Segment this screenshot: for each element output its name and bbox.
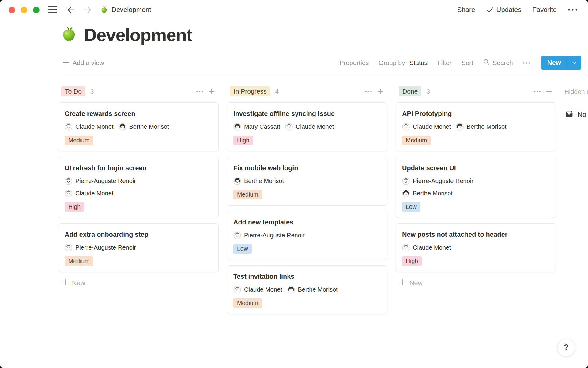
assignee: Pierre-Auguste Renoir bbox=[233, 232, 305, 239]
help-button[interactable]: ? bbox=[557, 339, 575, 356]
forward-arrow-icon[interactable] bbox=[83, 5, 92, 14]
column-more-icon[interactable] bbox=[196, 90, 203, 93]
card[interactable]: UI refresh for login screenPierre-August… bbox=[58, 157, 219, 218]
search-label: Search bbox=[492, 59, 513, 67]
avatar bbox=[285, 123, 293, 131]
assignee-name: Claude Monet bbox=[75, 190, 114, 197]
column-add-icon[interactable] bbox=[546, 88, 552, 95]
card[interactable]: Test invitation linksClaude MonetBerthe … bbox=[227, 265, 387, 314]
card[interactable]: Update screen UIPierre-Auguste RenoirBer… bbox=[396, 157, 556, 218]
avatar bbox=[65, 190, 72, 197]
favorite-button[interactable]: Favorite bbox=[533, 6, 557, 14]
assignee: Claude Monet bbox=[402, 244, 451, 251]
column-header: To Do3 bbox=[58, 86, 219, 97]
column-new-label: New bbox=[72, 279, 85, 287]
updates-label: Updates bbox=[496, 6, 522, 14]
card-title: Test invitation links bbox=[233, 272, 381, 281]
card-title: Add extra onboarding step bbox=[65, 230, 212, 239]
column-status-pill[interactable]: To Do bbox=[61, 86, 85, 96]
assignee-name: Pierre-Auguste Renoir bbox=[75, 244, 136, 251]
plus-icon bbox=[399, 279, 406, 287]
column-add-icon[interactable] bbox=[377, 88, 384, 95]
hidden-group-no-status[interactable]: No Status bbox=[564, 109, 588, 120]
card[interactable]: Investigate offline syncing issueMary Ca… bbox=[227, 102, 387, 151]
assignee: Pierre-Auguste Renoir bbox=[65, 177, 136, 185]
view-more-icon[interactable] bbox=[523, 62, 531, 64]
hidden-group-label: No Status bbox=[578, 111, 588, 119]
avatar bbox=[119, 123, 126, 131]
zoom-window-button[interactable] bbox=[33, 7, 40, 13]
updates-button[interactable]: Updates bbox=[486, 6, 522, 14]
share-button[interactable]: Share bbox=[457, 6, 475, 14]
assignee-name: Berthe Morisot bbox=[129, 123, 169, 130]
titlebar: Development Share Updates Favorite bbox=[0, 0, 588, 20]
add-view-button[interactable]: Add a view bbox=[62, 59, 104, 67]
card-title: Investigate offline syncing issue bbox=[233, 109, 381, 118]
card-title: UI refresh for login screen bbox=[65, 163, 212, 173]
column-more-icon[interactable] bbox=[533, 90, 541, 93]
card[interactable]: API PrototypingClaude MonetBerthe Moriso… bbox=[396, 102, 556, 151]
new-button-label: New bbox=[541, 56, 567, 70]
column-new-label: New bbox=[409, 279, 423, 287]
group-by-label: Group by bbox=[379, 59, 405, 67]
card[interactable]: Fix mobile web loginBerthe MorisotMedium bbox=[227, 157, 387, 206]
column-header: In Progress4 bbox=[227, 86, 387, 97]
avatar bbox=[402, 244, 410, 251]
filter-button[interactable]: Filter bbox=[437, 59, 452, 67]
sidebar-menu-icon[interactable] bbox=[48, 6, 57, 13]
window-controls bbox=[9, 7, 40, 13]
assignee: Claude Monet bbox=[65, 123, 114, 131]
card[interactable]: Create rewards screenClaude MonetBerthe … bbox=[58, 102, 219, 151]
card-title: Fix mobile web login bbox=[233, 163, 381, 173]
column-more-icon[interactable] bbox=[365, 90, 372, 93]
card-title: Update screen UI bbox=[402, 163, 550, 173]
avatar bbox=[233, 177, 241, 185]
breadcrumb[interactable]: Development bbox=[100, 6, 151, 14]
avatar bbox=[65, 123, 72, 131]
column-new-button[interactable]: New bbox=[399, 279, 556, 287]
column-count: 4 bbox=[275, 88, 279, 95]
plus-icon bbox=[62, 279, 69, 287]
assignee: Pierre-Auguste Renoir bbox=[65, 244, 136, 251]
minimize-window-button[interactable] bbox=[21, 7, 27, 13]
assignee: Claude Monet bbox=[285, 123, 334, 131]
avatar bbox=[402, 190, 410, 197]
card[interactable]: Add new templatesPierre-Auguste RenoirLo… bbox=[227, 211, 387, 260]
assignee: Claude Monet bbox=[233, 286, 282, 293]
group-by-value: Status bbox=[409, 59, 428, 67]
group-by-button[interactable]: Group byStatus bbox=[379, 59, 428, 67]
priority-badge: Low bbox=[402, 202, 420, 212]
sort-button[interactable]: Sort bbox=[462, 59, 473, 67]
card[interactable]: New posts not attached to headerClaude M… bbox=[396, 223, 556, 272]
search-button[interactable]: Search bbox=[483, 59, 513, 67]
priority-badge: High bbox=[233, 136, 253, 145]
new-button[interactable]: New bbox=[541, 56, 581, 70]
avatar bbox=[287, 286, 295, 293]
close-window-button[interactable] bbox=[9, 7, 15, 13]
board-column-inprogress: In Progress4Investigate offline syncing … bbox=[227, 86, 387, 314]
card[interactable]: Add extra onboarding stepPierre-Auguste … bbox=[58, 223, 219, 272]
assignee-name: Claude Monet bbox=[413, 244, 451, 251]
assignee-name: Berthe Morisot bbox=[298, 286, 338, 293]
avatar bbox=[233, 286, 241, 293]
assignee-name: Claude Monet bbox=[75, 123, 114, 130]
assignee-name: Claude Monet bbox=[413, 123, 451, 130]
priority-badge: High bbox=[402, 256, 422, 266]
green-apple-icon bbox=[100, 6, 108, 14]
more-options-icon[interactable] bbox=[568, 9, 578, 11]
page-header: Development bbox=[0, 25, 588, 45]
priority-badge: Medium bbox=[233, 190, 262, 199]
column-add-icon[interactable] bbox=[208, 88, 215, 95]
card-title: API Prototyping bbox=[402, 109, 550, 118]
favorite-label: Favorite bbox=[533, 6, 557, 14]
properties-button[interactable]: Properties bbox=[339, 59, 369, 67]
back-arrow-icon[interactable] bbox=[66, 5, 76, 14]
column-new-button[interactable]: New bbox=[62, 279, 219, 287]
chevron-down-icon[interactable] bbox=[567, 56, 581, 70]
board-column-done: Done3API PrototypingClaude MonetBerthe M… bbox=[396, 86, 556, 287]
page-icon-green-apple[interactable] bbox=[60, 25, 78, 44]
hidden-columns-section: Hidden columns No Status bbox=[564, 86, 588, 120]
column-status-pill[interactable]: Done bbox=[399, 86, 421, 96]
column-status-pill[interactable]: In Progress bbox=[230, 86, 270, 96]
priority-badge: Medium bbox=[65, 136, 93, 145]
